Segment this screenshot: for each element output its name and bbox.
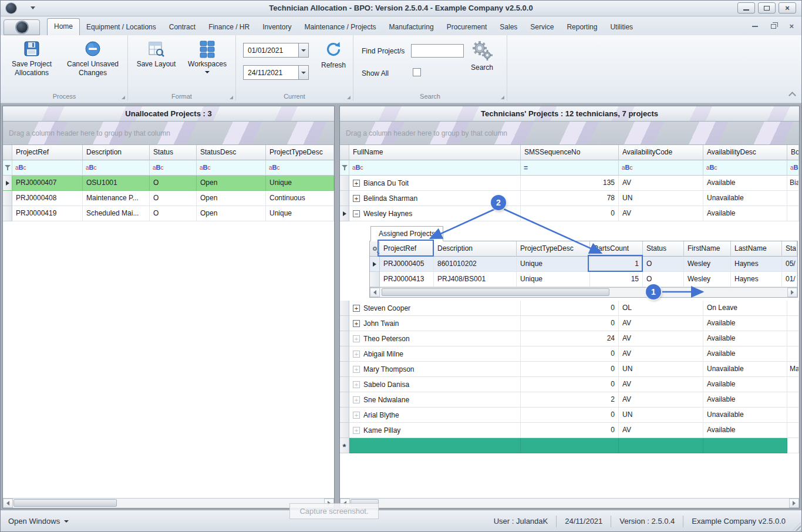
collapse-icon[interactable]: − — [353, 210, 360, 217]
ribbon-tab-contract[interactable]: Contract — [163, 19, 202, 35]
left-filter-projecttypedesc[interactable]: aBc — [266, 160, 334, 176]
technician-row[interactable]: +Bianca Du Toit135AVAvailableBia — [340, 176, 799, 191]
right-filter-availabilitydesc[interactable]: aBc — [703, 160, 787, 176]
left-column-header-status[interactable]: Status — [150, 145, 197, 160]
show-all-checkbox[interactable] — [413, 68, 421, 76]
right-column-header-availabilitydesc[interactable]: AvailabilityDesc — [703, 145, 787, 160]
scroll-left-arrow-icon[interactable] — [3, 499, 13, 508]
right-column-header-boo[interactable]: Boo — [787, 145, 799, 160]
technician-row[interactable]: −Wesley Haynes0AVAvailable — [340, 206, 799, 221]
assigned-project-row[interactable]: PRJ0000413PRJ408/BS001Unique15OWesleyHay… — [370, 272, 797, 287]
expand-icon[interactable]: + — [353, 381, 360, 388]
expand-icon[interactable]: + — [353, 180, 360, 187]
right-filter-fullname[interactable]: aBc — [349, 160, 521, 176]
restore-icon[interactable] — [771, 24, 776, 29]
close-button[interactable]: × — [779, 2, 796, 14]
date-dropdown-button[interactable] — [298, 43, 308, 57]
right-column-header-availabilitycode[interactable]: AvailabilityCode — [619, 145, 703, 160]
scroll-left-arrow-icon[interactable] — [370, 288, 380, 297]
left-column-header-statusdesc[interactable]: StatusDesc — [197, 145, 266, 160]
date-dropdown-button[interactable] — [298, 66, 308, 79]
expand-icon[interactable]: + — [353, 366, 360, 373]
close-icon[interactable]: × — [789, 22, 794, 30]
left-filter-statusdesc[interactable]: aBc — [197, 160, 266, 176]
workspaces-button[interactable]: Workspaces — [183, 38, 231, 73]
ribbon-tab-service[interactable]: Service — [524, 19, 560, 35]
search-button[interactable]: Search — [463, 38, 501, 72]
technician-row[interactable]: +Theo Peterson24AVAvailable — [340, 331, 799, 346]
right-horizontal-scrollbar[interactable] — [340, 498, 799, 508]
right-groupby-bar[interactable]: Drag a column header here to group by th… — [340, 122, 799, 145]
minimize-icon[interactable] — [752, 26, 758, 27]
detail-column-header-lastname[interactable]: LastName — [731, 241, 782, 257]
detail-horizontal-scrollbar[interactable] — [370, 287, 797, 297]
project-row[interactable]: PRJ0000408Maintenance P...OOpenContinuou… — [3, 191, 334, 206]
technician-row[interactable]: +Steven Cooper0OLOn Leave — [340, 301, 799, 316]
technician-row[interactable]: +Abigail Milne0AVAvailable — [340, 346, 799, 362]
left-column-header-projectref[interactable]: ProjectRef — [12, 145, 83, 160]
filter-indicator-cell[interactable] — [340, 160, 349, 176]
dialog-launcher-icon[interactable] — [230, 96, 233, 99]
ribbon-tab-inventory[interactable]: Inventory — [256, 19, 298, 35]
technician-row[interactable]: +Sabelo Danisa0AVAvailable — [340, 377, 799, 392]
left-filter-description[interactable]: aBc — [83, 160, 150, 176]
expand-icon[interactable]: + — [353, 335, 360, 342]
ribbon-tab-finance-hr[interactable]: Finance / HR — [202, 19, 256, 35]
scrollbar-thumb[interactable] — [14, 499, 117, 507]
expand-icon[interactable]: + — [353, 305, 360, 312]
expand-icon[interactable]: + — [353, 320, 360, 327]
ribbon-tab-sales[interactable]: Sales — [493, 19, 524, 35]
scrollbar-thumb[interactable] — [382, 288, 609, 296]
scroll-right-arrow-icon[interactable] — [787, 288, 797, 297]
expand-icon[interactable]: + — [353, 412, 360, 419]
right-filter-availabilitycode[interactable]: aBc — [619, 160, 703, 176]
detail-column-header-sta[interactable]: Sta — [782, 241, 797, 257]
technician-row[interactable]: +Belinda Sharman78UNUnavailable — [340, 191, 799, 206]
ribbon-tab-maintenance-projects[interactable]: Maintenance / Projects — [298, 19, 383, 35]
start-date-picker[interactable]: 01/01/2021 — [243, 43, 309, 58]
collapse-ribbon-icon[interactable] — [788, 92, 796, 99]
cancel-unsaved-changes-button[interactable]: Cancel Unsaved Changes — [61, 38, 124, 78]
filter-indicator-cell[interactable] — [3, 160, 12, 176]
detail-column-header-description[interactable]: Description — [434, 241, 517, 257]
left-groupby-bar[interactable]: Drag a column header here to group by th… — [3, 122, 334, 145]
left-filter-status[interactable]: aBc — [150, 160, 197, 176]
technician-row[interactable]: +John Twain0AVAvailable — [340, 316, 799, 331]
project-row[interactable]: PRJ0000407OSU1001OOpenUnique — [3, 176, 334, 191]
detail-column-header-status[interactable]: Status — [643, 241, 684, 257]
refresh-button[interactable]: Refresh — [317, 38, 350, 70]
dialog-launcher-icon[interactable] — [122, 96, 125, 99]
ribbon-tab-utilities[interactable]: Utilities — [604, 19, 639, 35]
project-row[interactable]: PRJ0000419Scheduled Mai...OOpenUnique — [3, 206, 334, 221]
dialog-launcher-icon[interactable] — [501, 96, 504, 99]
technician-row[interactable]: +Sne Ndwalane2AVAvailable — [340, 392, 799, 408]
ribbon-tab-home[interactable]: Home — [47, 18, 80, 35]
resize-grip[interactable] — [793, 523, 801, 531]
open-windows-button[interactable]: Open Windows — [8, 517, 69, 526]
ribbon-tab-equipment-locations[interactable]: Equipment / Locations — [80, 19, 163, 35]
save-layout-button[interactable]: Save Layout — [133, 38, 180, 69]
technician-row[interactable]: +Mary Thompson0UNUnavailableMa — [340, 362, 799, 377]
technician-row[interactable]: +Kame Pillay0AVAvailable — [340, 423, 799, 438]
left-filter-projectref[interactable]: aBc — [12, 160, 83, 176]
new-row[interactable]: * — [340, 438, 799, 453]
save-project-allocations-button[interactable]: Save Project Allocations — [5, 38, 59, 78]
minimize-button[interactable] — [737, 2, 755, 14]
left-column-header-description[interactable]: Description — [83, 145, 150, 160]
expand-icon[interactable]: + — [353, 396, 360, 403]
expand-icon[interactable]: + — [353, 351, 360, 358]
expand-icon[interactable]: + — [353, 195, 360, 202]
expand-icon[interactable]: + — [353, 427, 360, 434]
dialog-launcher-icon[interactable] — [347, 96, 351, 99]
right-column-header-smssequenceno[interactable]: SMSSequenceNo — [521, 145, 619, 160]
ribbon-tab-manufacturing[interactable]: Manufacturing — [383, 19, 440, 35]
right-column-header-fullname[interactable]: FullName — [349, 145, 521, 160]
detail-column-header-projecttypedesc[interactable]: ProjectTypeDesc — [517, 241, 590, 257]
right-filter-smssequenceno[interactable]: = — [521, 160, 619, 176]
ribbon-tab-reporting[interactable]: Reporting — [560, 19, 604, 35]
right-filter-boo[interactable]: aBc — [787, 160, 799, 176]
technician-row[interactable]: +Arial Blythe0UNUnavailable — [340, 408, 799, 423]
assigned-project-row[interactable]: PRJ00004058601010202Unique1OWesleyHaynes… — [370, 257, 797, 272]
ribbon-tab-procurement[interactable]: Procurement — [440, 19, 494, 35]
find-projects-input[interactable] — [411, 44, 464, 58]
